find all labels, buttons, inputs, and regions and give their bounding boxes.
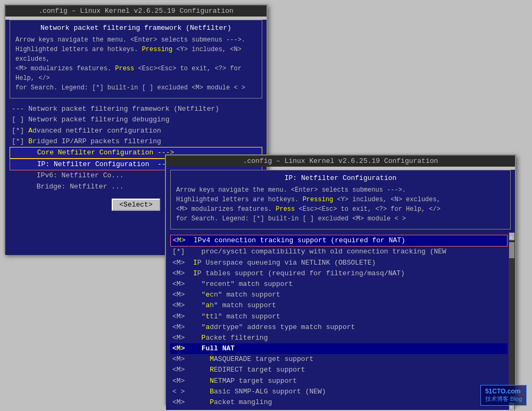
window-back-titlebar: .config – Linux Kernel v2.6.25.19 Config… <box>5 5 267 17</box>
front-menu-area: <M> IPv4 connection tracking support (re… <box>166 233 515 410</box>
watermark-line1: 51CTO.com <box>485 388 522 395</box>
front-menu-fullnat[interactable]: <M> Full NAT <box>170 343 508 354</box>
front-menu-ipv4[interactable]: <M> IPv4 connection tracking support (re… <box>170 235 508 246</box>
back-dialog-box: Network packet filtering framework (Netf… <box>10 20 262 98</box>
front-menu-filtering[interactable]: <M> Packet filtering <box>170 333 508 343</box>
window-front: .config – Linux Kernel v2.6.25.19 Config… <box>165 154 516 405</box>
front-menu-iptables[interactable]: <M> IP tables support (required for filt… <box>170 268 508 279</box>
front-menu-ecn[interactable]: <M> "ecn" match support <box>170 290 508 300</box>
scroll-up-arrow[interactable]: ▲ <box>509 233 514 240</box>
window-front-title: .config – Linux Kernel v2.6.25.19 Config… <box>243 157 438 165</box>
front-menu-masquerade[interactable]: <M> MASQUERADE target support <box>170 354 508 365</box>
back-menu-separator: --- Network packet filtering framework (… <box>10 104 262 114</box>
back-dialog-help: Arrow keys navigate the menu. <Enter> se… <box>15 35 256 93</box>
back-select-button[interactable]: <Select> <box>112 199 160 211</box>
watermark-line2: 技术博客 Blog <box>485 395 522 403</box>
back-menu-item-1[interactable]: [ ] Network packet filtering debugging <box>10 114 262 125</box>
front-menu-userspace[interactable]: <M> IP Userspace queueing via NETLINK (O… <box>170 258 508 268</box>
front-menu-snmp[interactable]: < > Basic SNMP-ALG support (NEW) <box>170 387 508 397</box>
front-dialog-title: IP: Netfilter Configuration <box>176 174 505 183</box>
watermark: 51CTO.com 技术博客 Blog <box>480 385 527 406</box>
front-menu-proc[interactable]: [*] proc/sysctl compatibility with old c… <box>170 246 508 257</box>
window-front-titlebar: .config – Linux Kernel v2.6.25.19 Config… <box>166 155 515 167</box>
back-dialog-title: Network packet filtering framework (Netf… <box>15 23 256 33</box>
front-dialog-help: Arrow keys navigate the menu. <Enter> se… <box>176 185 505 224</box>
scroll-thumb[interactable] <box>509 242 514 258</box>
front-dialog-box: IP: Netfilter Configuration Arrow keys n… <box>170 170 511 229</box>
front-menu-mangling[interactable]: <M> Packet mangling <box>170 397 508 408</box>
front-menu-ttl[interactable]: <M> "ttl" match support <box>170 311 508 322</box>
back-menu-item-2[interactable]: [*] Advanced netfilter configuration <box>10 126 262 136</box>
front-menu-netmap[interactable]: <M> NETMAP target support <box>170 376 508 387</box>
front-menu-addrtype[interactable]: <M> "addrtype" address type match suppor… <box>170 322 508 333</box>
front-menu-ah[interactable]: <M> "ah" match support <box>170 300 508 311</box>
front-menu-redirect[interactable]: <M> REDIRECT target support <box>170 365 508 375</box>
window-back-title: .config – Linux Kernel v2.6.25.19 Config… <box>38 7 234 15</box>
front-menu-recent[interactable]: <M> "recent" match support <box>170 279 508 290</box>
scrollbar[interactable]: ▲ ▼ <box>509 233 515 410</box>
back-menu-item-3[interactable]: [*] Bridged IP/ARP packets filtering <box>10 136 262 147</box>
